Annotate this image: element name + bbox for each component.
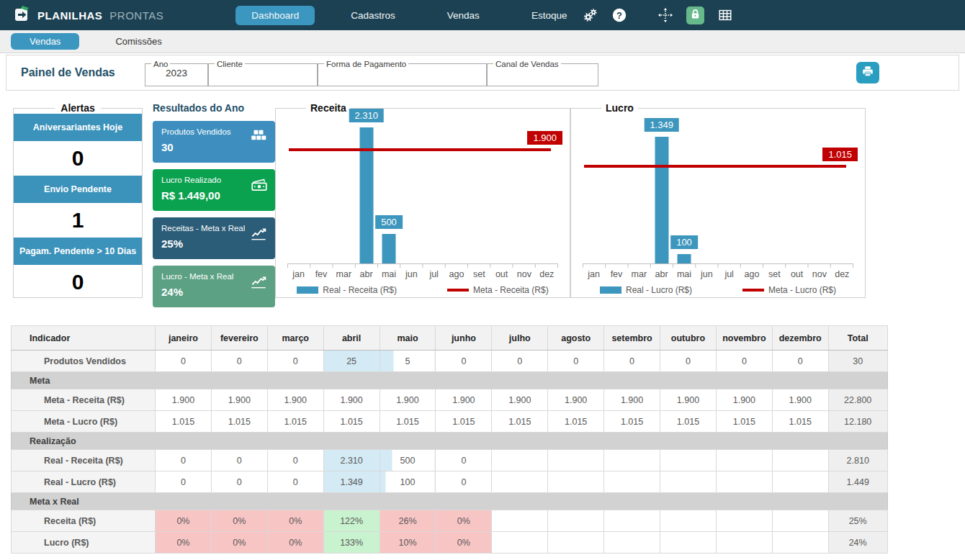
nav-item-vendas[interactable]: Vendas: [431, 6, 495, 25]
navbar-icons: ?: [583, 6, 733, 24]
column-header-junho: junho: [436, 326, 492, 351]
table-row-receita-r: Receita (R$)0%0%0%122%26%0%25%: [12, 510, 888, 532]
cell: 1.900: [267, 389, 323, 411]
dashboard-content: Alertas Aniversariantes Hoje0Envio Pende…: [0, 91, 965, 314]
cell: [492, 450, 548, 471]
cell: 2.810: [828, 450, 887, 471]
indicators-table-wrap: Indicadorjaneirofevereiromarçoabrilmaioj…: [11, 325, 965, 554]
settings-gears-icon[interactable]: [583, 7, 598, 23]
cell: 1.015: [436, 411, 492, 433]
column-header-janeiro: janeiro: [156, 326, 212, 351]
cell: [772, 532, 828, 554]
cell: 0: [492, 351, 548, 372]
column-header-marco: março: [267, 326, 323, 351]
filter-ano[interactable]: Ano2023: [145, 60, 208, 86]
month-label: dez: [831, 269, 853, 279]
cell: 0: [267, 450, 323, 471]
chart-bar-mai: [678, 254, 691, 263]
receita-chart-title: Receita: [306, 102, 351, 114]
legend-bar-swatch: [600, 286, 621, 294]
row-label: Receita (R$): [12, 510, 156, 532]
cell: 0: [436, 351, 492, 372]
result-card-lucro-realizado: Lucro RealizadoR$ 1.449,00: [153, 169, 275, 211]
cell: 1.015: [492, 411, 548, 433]
cell: 0%: [211, 510, 267, 532]
alert-label: Aniversariantes Hoje: [14, 114, 142, 141]
move-arrows-icon[interactable]: [657, 7, 673, 23]
alert-value: 1: [14, 203, 142, 238]
meta-line: [289, 148, 551, 151]
column-header-abril: abril: [323, 326, 380, 351]
nav-item-estoque[interactable]: Estoque: [516, 6, 583, 25]
section-label: Meta: [12, 372, 888, 389]
cell: 2.310: [323, 450, 380, 471]
results-panel: Resultados do Ano Produtos Vendidos30Luc…: [153, 102, 275, 314]
help-icon[interactable]: ?: [611, 7, 627, 23]
print-button[interactable]: [856, 62, 879, 83]
filter-cliente[interactable]: Cliente: [208, 60, 318, 86]
cell: 1.015: [156, 411, 212, 433]
cell: 0%: [436, 510, 492, 532]
column-header-novembro: novembro: [716, 326, 772, 351]
cell: [604, 532, 660, 554]
chart-bar-abr: [359, 127, 373, 263]
month-label: out: [786, 269, 808, 279]
receita-plot: 2.3105001.900: [287, 117, 558, 264]
filter-ano-value[interactable]: 2023: [145, 68, 207, 78]
filter-canal-de-vendas[interactable]: Canal de Vendas: [487, 60, 598, 86]
receita-axis-ticks: [287, 264, 558, 268]
line-chart-icon: [249, 224, 268, 243]
cell: [716, 532, 772, 554]
nav-items: DashboardCadastrosVendasEstoque: [235, 6, 583, 25]
app-logo[interactable]: PLANILHASPRONTAS: [13, 4, 163, 26]
section-row-realizacao: Realização: [12, 433, 888, 450]
receita-chart: Receita 2.3105001.900 janfevmarabrmaijun…: [275, 102, 570, 298]
table-row-lucro-r: Lucro (R$)0%0%0%133%10%0%24%: [12, 532, 888, 554]
bar-value-label: 100: [670, 235, 698, 249]
month-label: ago: [740, 269, 763, 279]
legend-meta: Meta - Lucro (R$): [742, 285, 836, 295]
cell: 1.015: [660, 411, 717, 433]
month-label: nov: [513, 269, 535, 279]
result-card-produtos-vendidos: Produtos Vendidos30: [153, 121, 275, 163]
cell: 30: [828, 351, 887, 372]
legend-meta-label: Meta - Receita (R$): [473, 285, 549, 295]
cell: 1.015: [772, 411, 828, 433]
nav-item-dashboard[interactable]: Dashboard: [235, 6, 315, 25]
month-label: mai: [673, 269, 695, 279]
legend-real: Real - Lucro (R$): [600, 285, 692, 295]
filter-forma-de-pagamento[interactable]: Forma de Pagamento: [318, 60, 487, 86]
results-title: Resultados do Ano: [153, 102, 275, 114]
month-label: ago: [445, 269, 467, 279]
lucro-legend: Real - Lucro (R$)Meta - Lucro (R$): [571, 285, 865, 295]
cell: 0: [156, 471, 212, 493]
lucro-axis-ticks: [583, 264, 853, 268]
cell: [604, 450, 660, 471]
tab-vendas[interactable]: Vendas: [11, 33, 79, 50]
cash-icon: [249, 176, 268, 194]
filter-canal-de-vendas-label: Canal de Vendas: [493, 60, 561, 68]
row-label: Meta - Receita (R$): [12, 389, 156, 411]
cell: [772, 450, 828, 471]
table-row-meta-receita-r: Meta - Receita (R$)1.9001.9001.9001.9001…: [12, 389, 888, 411]
nav-item-cadastros[interactable]: Cadastros: [335, 6, 411, 25]
month-label: mai: [377, 269, 400, 279]
section-label: Realização: [12, 433, 888, 450]
lock-button[interactable]: [686, 6, 704, 24]
cell: 5: [380, 351, 436, 372]
cell: [492, 471, 548, 493]
cell: 0: [211, 471, 267, 493]
cell: 0: [267, 471, 323, 493]
cell: 1.015: [380, 411, 436, 433]
cell: 1.015: [211, 411, 267, 433]
row-label: Produtos Vendidos: [12, 351, 156, 372]
month-label: out: [490, 269, 513, 279]
receita-month-labels: janfevmarabrmaijunjulagosetoutnovdez: [287, 269, 558, 279]
cell: 0: [156, 351, 212, 372]
alert-value: 0: [14, 141, 142, 176]
tab-comissoes[interactable]: Comissões: [96, 33, 180, 50]
cell: 500: [380, 450, 436, 471]
grid-table-icon[interactable]: [717, 7, 733, 23]
line-chart-icon: [249, 272, 268, 291]
app-navbar: PLANILHASPRONTAS DashboardCadastrosVenda…: [0, 0, 965, 30]
